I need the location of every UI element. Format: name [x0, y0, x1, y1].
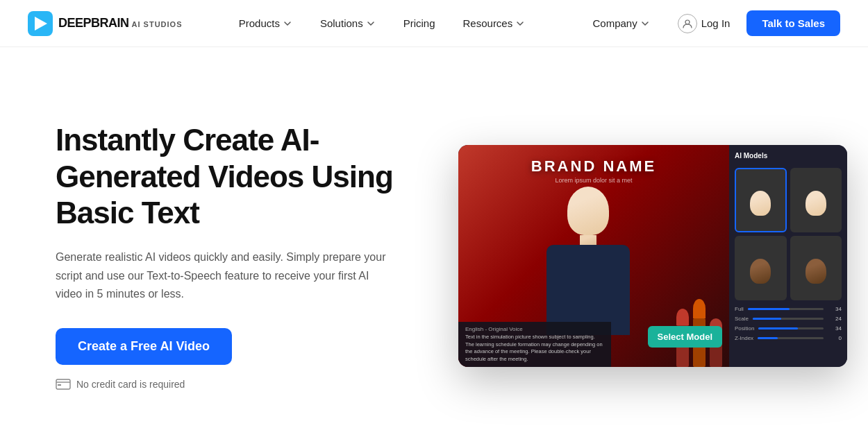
- slider-zindex[interactable]: [758, 337, 824, 339]
- nav-resources[interactable]: Resources: [452, 12, 537, 35]
- mockup-panel: AI Models: [729, 145, 847, 367]
- product-mockup: BRAND NAME Lorem ipsum dolor sit a met: [458, 145, 847, 367]
- hero-right: BRAND NAME Lorem ipsum dolor sit a met: [458, 145, 847, 367]
- model-face-3: [750, 259, 771, 284]
- mockup-brand-overlay: BRAND NAME Lorem ipsum dolor sit a met: [458, 157, 729, 184]
- panel-controls: Full 34 Scale 24 Position: [735, 306, 842, 341]
- mockup-bottom-bar: English - Original Voice Text in the sim…: [458, 322, 611, 367]
- user-icon: [678, 14, 697, 33]
- model-thumb-4[interactable]: [790, 236, 842, 300]
- hero-title: Instantly Create AI-Generated Videos Usi…: [56, 122, 417, 232]
- nav-right: Company Log In Talk to Sales: [581, 8, 840, 39]
- deepbrain-logo-icon: [28, 11, 53, 36]
- select-model-button[interactable]: Select Model: [648, 326, 722, 348]
- hero-subtitle: Generate realistic AI videos quickly and…: [56, 248, 389, 303]
- nav-solutions[interactable]: Solutions: [309, 12, 387, 35]
- control-row-scale: Scale 24: [735, 316, 842, 322]
- model-face-4: [806, 259, 826, 284]
- mockup-brand-sub: Lorem ipsum dolor sit a met: [458, 177, 729, 184]
- control-row-position: Position 34: [735, 325, 842, 332]
- nav-company[interactable]: Company: [581, 12, 660, 35]
- panel-title: AI Models: [735, 152, 842, 160]
- model-thumb-1[interactable]: [735, 168, 787, 232]
- create-free-video-button[interactable]: Create a Free AI Video: [56, 328, 232, 365]
- model-grid: [735, 168, 842, 300]
- nav-pricing[interactable]: Pricing: [392, 12, 446, 35]
- chevron-down-icon: [640, 19, 650, 28]
- talk-to-sales-button[interactable]: Talk to Sales: [746, 10, 840, 36]
- logo[interactable]: DEEPBRAIN AI STUDIOS: [28, 11, 182, 36]
- logo-deepbrain-text: DEEPBRAIN: [58, 16, 129, 31]
- credit-card-icon: [56, 379, 71, 390]
- chevron-down-icon: [283, 19, 292, 28]
- svg-point-2: [685, 20, 690, 24]
- control-row-full: Full 34: [735, 306, 842, 312]
- nav-links: Products Solutions Pricing Resources: [228, 12, 536, 35]
- avatar-head: [567, 187, 609, 235]
- hero-section: Instantly Create AI-Generated Videos Usi…: [0, 47, 868, 437]
- model-thumb-3[interactable]: [735, 236, 787, 300]
- model-face-1: [750, 191, 771, 216]
- mockup-video-area: BRAND NAME Lorem ipsum dolor sit a met: [458, 145, 729, 367]
- mockup-bottom-text: Text in the simulation picture shown sub…: [465, 334, 604, 363]
- chevron-down-icon: [366, 19, 376, 28]
- chevron-down-icon: [515, 19, 525, 28]
- control-row-zindex: Z-Index 0: [735, 335, 842, 341]
- slider-scale[interactable]: [753, 318, 824, 320]
- model-thumb-2[interactable]: [790, 168, 842, 232]
- svg-rect-5: [58, 384, 61, 386]
- login-button[interactable]: Log In: [667, 8, 742, 39]
- logo-ai-studios-text: AI STUDIOS: [132, 20, 183, 28]
- nav-products[interactable]: Products: [228, 12, 303, 35]
- mockup-bottom-lang: English - Original Voice: [465, 326, 604, 332]
- navbar: DEEPBRAIN AI STUDIOS Products Solutions …: [0, 0, 868, 47]
- hero-left: Instantly Create AI-Generated Videos Usi…: [56, 122, 417, 391]
- mockup-brand-name: BRAND NAME: [458, 157, 729, 175]
- slider-position[interactable]: [758, 327, 824, 329]
- slider-full[interactable]: [748, 308, 824, 310]
- no-credit-card-notice: No credit card is required: [56, 379, 417, 390]
- model-face-2: [806, 191, 826, 216]
